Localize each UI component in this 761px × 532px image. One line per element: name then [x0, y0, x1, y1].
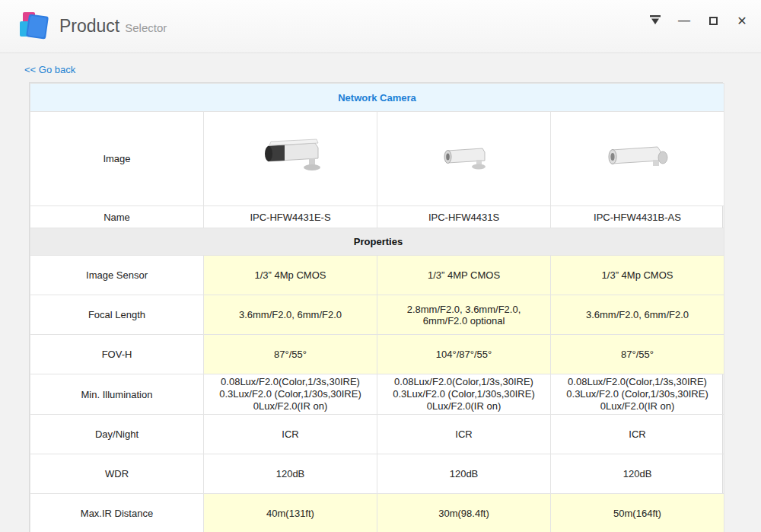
product-image-cell — [551, 112, 724, 206]
close-button[interactable]: ✕ — [734, 12, 750, 29]
property-value: 1/3” 4MP CMOS — [377, 256, 551, 295]
minimize-button[interactable]: — — [676, 12, 693, 29]
minimize-glyph: — — [678, 17, 690, 24]
image-row-label: Image — [30, 112, 204, 206]
maximize-glyph — [709, 17, 718, 25]
property-value: 87°/55° — [204, 335, 377, 374]
property-value: 0.08Lux/F2.0(Color,1/3s,30IRE) 0.3Lux/F2… — [204, 374, 377, 415]
property-value: 120dB — [204, 454, 377, 494]
property-value: 104°/87°/55° — [377, 335, 551, 374]
property-value: 3.6mm/F2.0, 6mm/F2.0 — [204, 295, 377, 335]
product-image-cell — [377, 112, 551, 206]
property-label: WDR — [30, 454, 204, 494]
app-title-secondary: Selector — [125, 21, 167, 34]
properties-header: Properties — [30, 228, 724, 256]
property-value: 87°/55° — [551, 335, 724, 374]
image-row: Image — [30, 112, 724, 206]
property-value: 120dB — [377, 454, 551, 494]
close-glyph: ✕ — [737, 14, 747, 28]
property-value: 1/3” 4Mp CMOS — [551, 256, 724, 295]
property-row-focal-length: Focal Length 3.6mm/F2.0, 6mm/F2.0 2.8mm/… — [30, 295, 724, 335]
app-title-primary: Product — [59, 16, 119, 37]
window-controls: — ✕ — [647, 12, 750, 29]
property-label: Image Sensor — [30, 256, 204, 295]
property-row-min-illumination: Min. Illumination 0.08Lux/F2.0(Color,1/3… — [30, 374, 724, 415]
property-row-image-sensor: Image Sensor 1/3” 4Mp CMOS 1/3” 4MP CMOS… — [30, 256, 724, 295]
app-logo-icon — [18, 11, 50, 43]
property-row-wdr: WDR 120dB 120dB 120dB — [30, 454, 724, 494]
property-value: 1/3” 4Mp CMOS — [204, 256, 377, 295]
property-value: 2.8mm/F2.0, 3.6mm/F2.0, 6mm/F2.0 optiona… — [377, 295, 551, 335]
property-row-max-ir-distance: Max.IR Distance 40m(131ft) 30m(98.4ft) 5… — [30, 494, 724, 532]
go-back-link[interactable]: << Go back — [24, 64, 75, 75]
property-value: 40m(131ft) — [204, 494, 377, 532]
titlebar: Product Selector — ✕ — [0, 0, 761, 53]
product-image-cell — [204, 112, 377, 206]
product-comparison-table: Network Camera Image — [29, 82, 723, 532]
name-row-label: Name — [30, 206, 204, 228]
property-value: 0.08Lux/F2.0(Color,1/3s,30IRE) 0.3Lux/F2… — [551, 374, 724, 415]
maximize-button[interactable] — [705, 12, 721, 29]
property-value: 3.6mm/F2.0, 6mm/F2.0 — [551, 295, 724, 335]
property-value: ICR — [204, 415, 377, 454]
property-label: Day/Night — [30, 415, 204, 454]
property-label: Min. Illumination — [30, 374, 204, 415]
menu-icon[interactable] — [647, 12, 664, 29]
page-body: << Go back Network Camera Image — [0, 53, 761, 532]
property-value: 30m(98.4ft) — [377, 494, 551, 532]
property-row-day-night: Day/Night ICR ICR ICR — [30, 415, 724, 454]
name-row: Name IPC-HFW4431E-S IPC-HFW4431S IPC-HFW… — [30, 206, 724, 228]
property-label: Max.IR Distance — [30, 494, 204, 532]
properties-header-row: Properties — [30, 228, 724, 256]
property-value: ICR — [551, 415, 724, 454]
camera-image-2 — [426, 139, 502, 179]
property-value: ICR — [377, 415, 551, 454]
property-label: FOV-H — [30, 335, 204, 374]
property-row-fov-h: FOV-H 87°/55° 104°/87°/55° 87°/55° — [30, 335, 724, 374]
property-value: 120dB — [551, 454, 724, 494]
product-name: IPC-HFW4431E-S — [204, 206, 377, 228]
app-title: Product Selector — [59, 16, 167, 37]
product-name: IPC-HFW4431B-AS — [551, 206, 724, 228]
property-value: 50m(164ft) — [551, 494, 724, 532]
table-title: Network Camera — [30, 84, 724, 112]
camera-image-3 — [592, 138, 683, 180]
camera-image-1 — [245, 135, 336, 182]
property-value: 0.08Lux/F2.0(Color,1/3s,30IRE) 0.3Lux/F2… — [377, 374, 551, 415]
property-label: Focal Length — [30, 295, 204, 335]
product-name: IPC-HFW4431S — [377, 206, 551, 228]
